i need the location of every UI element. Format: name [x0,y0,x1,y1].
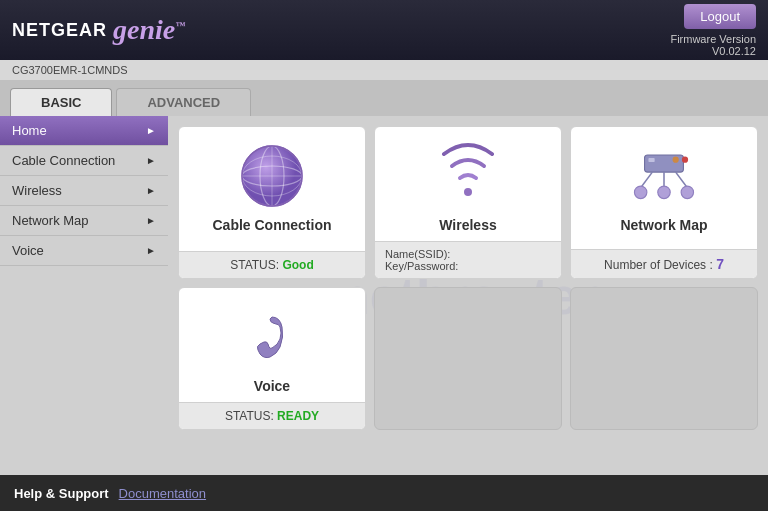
chevron-right-icon: ► [146,155,156,166]
logo-netgear: NETGEAR [12,20,107,41]
tab-bar: BASIC ADVANCED [0,80,768,116]
wireless-info-bar: Name(SSID): Key/Password: [375,241,561,278]
svg-line-14 [676,172,688,188]
cable-status-value: Good [282,258,313,272]
svg-line-12 [641,172,653,188]
model-number: CG3700EMR-1CMNDS [12,64,128,76]
chevron-right-icon: ► [146,125,156,136]
network-map-status-bar: Number of Devices : 7 [571,249,757,278]
footer: Help & Support Documentation [0,475,768,511]
svg-point-17 [681,186,693,198]
chevron-right-icon: ► [146,215,156,226]
empty-card-2 [374,287,562,430]
empty-card-3 [570,287,758,430]
svg-point-7 [464,188,472,196]
cable-connection-card[interactable]: Cable Connection STATUS: Good [178,126,366,279]
cable-status-bar: STATUS: Good [179,251,365,278]
firmware-version: V0.02.12 [670,45,756,57]
sidebar-item-wireless[interactable]: Wireless ► [0,176,168,206]
content-area: netbrouter [168,116,768,475]
chevron-right-icon: ► [146,245,156,256]
help-support-label: Help & Support [14,486,109,501]
svg-point-11 [673,157,679,163]
header: NETGEAR genie™ Logout Firmware Version V… [0,0,768,60]
sidebar-item-network-map[interactable]: Network Map ► [0,206,168,236]
globe-icon [237,141,307,211]
model-bar: CG3700EMR-1CMNDS [0,60,768,80]
router-icon [629,141,699,211]
sidebar-item-cable[interactable]: Cable Connection ► [0,146,168,176]
svg-point-15 [634,186,646,198]
header-right: Logout Firmware Version V0.02.12 [670,4,756,57]
chevron-right-icon: ► [146,185,156,196]
voice-status-bar: STATUS: READY [179,402,365,429]
svg-point-10 [682,157,688,163]
logo-genie: genie™ [113,14,185,46]
wireless-card[interactable]: Wireless Name(SSID): Key/Password: [374,126,562,279]
wireless-card-title: Wireless [439,217,496,233]
phone-icon [237,302,307,372]
svg-rect-9 [648,158,654,162]
sidebar-item-home[interactable]: Home ► [0,116,168,146]
voice-status-value: READY [277,409,319,423]
svg-point-16 [658,186,670,198]
wifi-icon [433,141,503,211]
tab-advanced[interactable]: ADVANCED [116,88,251,116]
sidebar-item-label: Home [12,123,47,138]
logo-area: NETGEAR genie™ [12,14,185,46]
card-grid: Cable Connection STATUS: Good [178,126,758,430]
cable-card-top: Cable Connection [179,127,365,251]
voice-card-top: Voice [179,288,365,402]
sidebar-item-label: Cable Connection [12,153,115,168]
firmware-label: Firmware Version [670,33,756,45]
network-map-card-title: Network Map [620,217,707,233]
voice-card[interactable]: Voice STATUS: READY [178,287,366,430]
network-map-card-top: Network Map [571,127,757,249]
voice-status-label: STATUS: [225,409,274,423]
main-content: Home ► Cable Connection ► Wireless ► Net… [0,116,768,475]
tab-basic[interactable]: BASIC [10,88,112,116]
sidebar-item-label: Network Map [12,213,89,228]
documentation-link[interactable]: Documentation [119,486,206,501]
sidebar-item-label: Voice [12,243,44,258]
sidebar-item-label: Wireless [12,183,62,198]
devices-count: 7 [716,256,724,272]
sidebar: Home ► Cable Connection ► Wireless ► Net… [0,116,168,475]
cable-card-title: Cable Connection [212,217,331,233]
wireless-card-top: Wireless [375,127,561,241]
logout-button[interactable]: Logout [684,4,756,29]
network-map-card[interactable]: Network Map Number of Devices : 7 [570,126,758,279]
voice-card-title: Voice [254,378,290,394]
cable-status-label: STATUS: [230,258,279,272]
wireless-key-label: Key/Password: [385,260,551,272]
wireless-ssid-label: Name(SSID): [385,248,551,260]
sidebar-item-voice[interactable]: Voice ► [0,236,168,266]
devices-label: Number of Devices : [604,258,713,272]
